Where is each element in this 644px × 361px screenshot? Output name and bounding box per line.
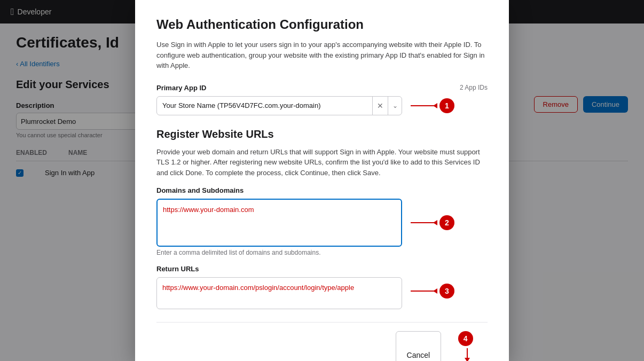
register-urls-title: Register Website URLs	[156, 128, 488, 140]
annotation-badge-1: 1	[439, 98, 454, 113]
annotation-badge-2: 2	[439, 215, 454, 230]
domains-label-text: Domains and Subdomains	[156, 186, 244, 194]
select-clear-icon[interactable]: ✕	[373, 96, 388, 115]
cancel-button[interactable]: Cancel	[396, 331, 442, 361]
domains-label: Domains and Subdomains	[156, 186, 488, 194]
register-urls-section: Register Website URLs Provide your web d…	[156, 128, 488, 310]
primary-app-id-label: Primary App ID	[156, 84, 206, 92]
annotation-2-arrow	[411, 222, 437, 223]
chevron-down-icon[interactable]: ⌄	[388, 96, 402, 115]
domains-helper-text: Enter a comma delimited list of domains …	[156, 249, 488, 256]
modal-title: Web Authentication Configuration	[156, 17, 488, 32]
modal-footer: Cancel 4 Next	[156, 322, 488, 361]
domains-textarea[interactable]: https://www.your-domain.com	[156, 199, 402, 247]
primary-app-id-field-label: Primary App ID 2 App IDs	[156, 84, 488, 92]
return-urls-textarea[interactable]: https://www.your-domain.com/pslogin/acco…	[156, 277, 402, 309]
modal-description: Use Sign in with Apple to let your users…	[156, 40, 488, 71]
select-actions: ✕ ⌄	[372, 96, 402, 115]
annotation-badge-3: 3	[439, 284, 454, 299]
app-ids-count: 2 App IDs	[460, 84, 488, 91]
annotation-badge-4: 4	[458, 331, 473, 346]
return-urls-label: Return URLs	[156, 265, 488, 273]
annotation-3-arrow	[411, 291, 437, 292]
primary-app-id-section: Primary App ID 2 App IDs Your Store Name…	[156, 84, 488, 115]
selected-app-text: Your Store Name (TP56V4D7FC.com.your-dom…	[162, 101, 320, 109]
modal-dialog: Web Authentication Configuration Use Sig…	[135, 0, 509, 361]
annotation-1-arrow	[411, 105, 437, 106]
primary-app-id-select[interactable]: Your Store Name (TP56V4D7FC.com.your-dom…	[156, 96, 402, 115]
register-urls-desc: Provide your web domain and return URLs …	[156, 147, 488, 178]
return-urls-label-text: Return URLs	[156, 265, 199, 273]
